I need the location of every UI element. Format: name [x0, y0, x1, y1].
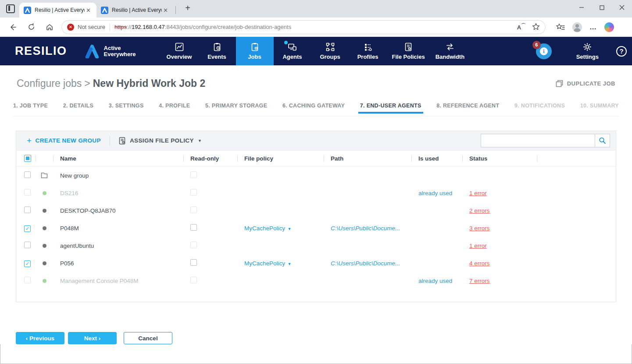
agents-icon [288, 43, 297, 51]
toolbar-divider [110, 136, 110, 146]
agent-path[interactable]: C:\Users\Public\Docume... [331, 225, 400, 232]
readonly-checkbox[interactable] [190, 259, 197, 266]
browser-menu-icon[interactable]: … [589, 23, 597, 31]
workspaces-icon[interactable] [6, 4, 15, 13]
step-primary-storage[interactable]: 5. PRIMARY STORAGE [205, 103, 267, 116]
profile-avatar[interactable] [572, 22, 582, 32]
browser-tab-2[interactable]: Resilio | Active Everywhere ✕ [96, 3, 174, 18]
agent-path[interactable]: C:\Users\Public\Docume... [331, 260, 400, 267]
close-button[interactable] [612, 0, 632, 15]
step-job-type[interactable]: 1. JOB TYPE [13, 103, 48, 116]
jobs-icon [250, 43, 259, 51]
overview-chart-icon [175, 43, 184, 51]
row-select-checkbox[interactable] [24, 171, 31, 178]
tab-close-icon[interactable]: ✕ [85, 7, 92, 14]
duplicate-job-button[interactable]: DUPLICATE JOB [556, 80, 615, 87]
url-field[interactable]: ✕ Not secure https://192.168.0.47:8443/j… [61, 20, 546, 34]
page-content: Configure jobs> New Hybrid Work Job 2 DU… [0, 65, 632, 344]
search-input[interactable] [481, 134, 595, 147]
column-header-is-used[interactable]: Is used [411, 150, 462, 166]
row-select-checkbox[interactable]: ✓ [24, 261, 31, 267]
browser-tab-1[interactable]: Resilio | Active Everywhere ✕ [19, 3, 96, 18]
nav-item-jobs[interactable]: Jobs [236, 37, 274, 65]
maximize-button[interactable] [592, 0, 612, 15]
column-header-status[interactable]: Status [462, 150, 537, 166]
errors-link[interactable]: 2 errors [469, 207, 490, 214]
browser-window: Resilio | Active Everywhere ✕ Resilio | … [0, 0, 632, 364]
nav-item-bandwidth[interactable]: Bandwidth [430, 37, 470, 65]
column-header-file-policy[interactable]: File policy [237, 150, 324, 166]
nav-item-groups[interactable]: Groups [311, 37, 349, 65]
create-new-group-button[interactable]: +CREATE NEW GROUP [27, 136, 101, 145]
home-icon[interactable] [43, 21, 56, 34]
chevron-down-icon: ▼ [198, 139, 202, 143]
help-icon[interactable]: ? [616, 46, 627, 57]
table-header: Name Read-only File policy Path Is used … [16, 150, 616, 167]
duplicate-icon [556, 80, 563, 87]
file-policies-icon [404, 43, 412, 51]
table-row: agentUbuntu1 error [16, 237, 616, 254]
agent-name: Management Console P048M [53, 278, 183, 284]
errors-link[interactable]: 4 errors [469, 260, 490, 267]
read-aloud-icon[interactable]: A⌒ [517, 23, 526, 31]
assign-file-policy-dropdown[interactable]: ASSIGN FILE POLICY▼ [119, 137, 202, 145]
nav-item-events[interactable]: Events [198, 37, 236, 65]
new-tab-button[interactable]: + [182, 3, 193, 14]
row-select-checkbox[interactable] [24, 207, 31, 213]
refresh-icon[interactable] [25, 21, 38, 34]
table-body: New groupDS216already used1 errorDESKTOP… [16, 167, 616, 289]
back-icon[interactable] [6, 21, 19, 34]
plus-icon: + [27, 136, 32, 145]
file-policy-dropdown[interactable]: MyCachePolicy ▼ [244, 260, 291, 267]
collections-icon[interactable] [556, 23, 565, 31]
row-select-checkbox [24, 277, 31, 283]
table-row: ✓P048MMyCachePolicy ▼C:\Users\Public\Doc… [16, 219, 616, 237]
nav-item-overview[interactable]: Overview [161, 37, 198, 65]
step-reference-agent[interactable]: 8. REFERENCE AGENT [436, 103, 499, 116]
errors-link[interactable]: 1 error [469, 190, 487, 196]
profiles-icon [364, 43, 372, 51]
readonly-checkbox[interactable] [190, 224, 197, 231]
tab-close-icon[interactable]: ✕ [162, 7, 169, 14]
row-select-checkbox[interactable] [24, 242, 31, 248]
cancel-button[interactable]: Cancel [124, 332, 172, 344]
step-notifications: 9. NOTIFICATIONS [514, 103, 565, 116]
favorite-star-icon[interactable] [532, 23, 540, 31]
chevron-down-icon: ▼ [286, 262, 291, 266]
nav-item-agents[interactable]: Agents [274, 37, 311, 65]
step-profile[interactable]: 4. PROFILE [159, 103, 190, 116]
not-secure-label[interactable]: Not secure [78, 24, 105, 30]
column-header-name[interactable]: Name [53, 150, 183, 166]
search-button[interactable] [595, 134, 610, 147]
errors-link[interactable]: 1 error [469, 243, 487, 249]
step-details[interactable]: 2. DETAILS [63, 103, 93, 116]
nav-item-profiles[interactable]: Profiles [349, 37, 387, 65]
next-button[interactable]: Next › [68, 332, 117, 344]
errors-link[interactable]: 7 errors [469, 278, 490, 284]
row-select-checkbox[interactable]: ✓ [24, 225, 31, 232]
step-end-user-agents[interactable]: 7. END-USER AGENTS [360, 103, 421, 116]
agent-name: P056 [53, 260, 183, 267]
table-row: ✓P056MyCachePolicy ▼C:\Users\Public\Docu… [16, 254, 616, 272]
copilot-icon[interactable] [604, 22, 614, 32]
readonly-checkbox [190, 189, 197, 196]
nav-items: Overview Events Jobs Agents Groups Profi… [161, 37, 470, 65]
folder-icon [41, 172, 48, 178]
file-policy-dropdown[interactable]: MyCachePolicy ▼ [244, 225, 291, 232]
step-settings[interactable]: 3. SETTINGS [109, 103, 144, 116]
tab-strip: Resilio | Active Everywhere ✕ Resilio | … [0, 0, 632, 18]
errors-link[interactable]: 3 errors [469, 225, 490, 232]
url-text[interactable]: https://192.168.0.47:8443/jobs/configure… [114, 24, 517, 30]
nav-item-settings[interactable]: Settings [576, 43, 599, 60]
nav-item-file-policies[interactable]: File Policies [387, 37, 430, 65]
column-header-path[interactable]: Path [324, 150, 411, 166]
minimize-button[interactable] [571, 0, 592, 15]
select-all-checkbox[interactable] [24, 155, 31, 162]
not-secure-icon: ✕ [67, 24, 74, 31]
previous-button[interactable]: ‹ Previous [16, 332, 64, 344]
breadcrumb[interactable]: Configure jobs> [17, 78, 93, 89]
agent-status-dot-online [43, 191, 46, 195]
step-caching-gateway[interactable]: 6. CACHING GATEWAY [282, 103, 345, 116]
agent-name: New group [53, 172, 183, 179]
column-header-readonly[interactable]: Read-only [183, 150, 237, 166]
